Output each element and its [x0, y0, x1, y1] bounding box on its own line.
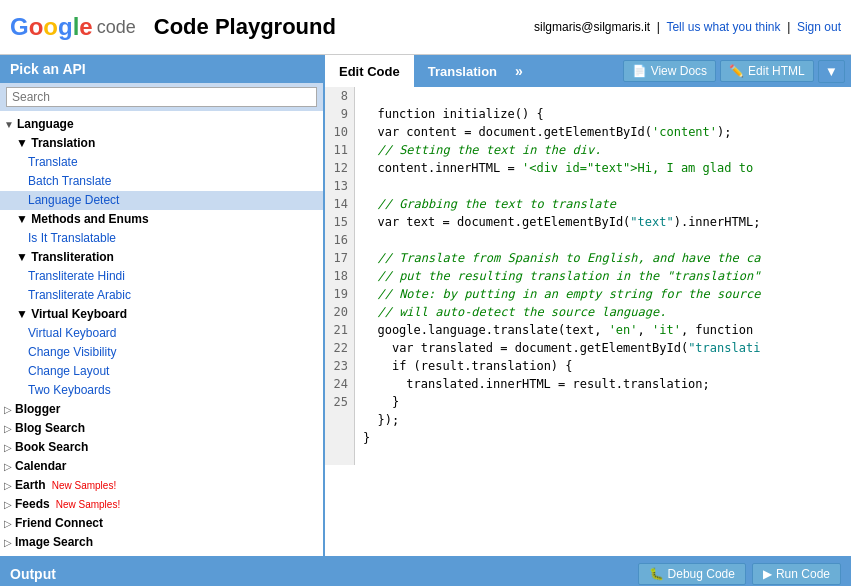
topbar: Google code Code Playground silgmaris@si…	[0, 0, 851, 55]
code-line-14	[363, 233, 370, 247]
transliterate-arabic-item[interactable]: Transliterate Arabic	[0, 286, 323, 305]
code-lines: function initialize() { var content = do…	[355, 87, 851, 465]
virtual-keyboard-label: Virtual Keyboard	[31, 307, 127, 321]
transliterate-arabic-link[interactable]: Transliterate Arabic	[28, 288, 131, 302]
search-input[interactable]	[6, 87, 317, 107]
calendar-label: Calendar	[15, 458, 66, 475]
transliteration-triangle: ▼	[16, 250, 28, 264]
feeds-label: Feeds	[15, 496, 50, 513]
earth-label: Earth	[15, 477, 46, 494]
language-detect-link[interactable]: Language Detect	[28, 193, 119, 207]
book-search-triangle: ▷	[4, 439, 12, 456]
image-search-triangle: ▷	[4, 534, 12, 551]
code-line-24: });	[363, 413, 399, 427]
earth-triangle: ▷	[4, 477, 12, 494]
methods-section[interactable]: ▼ Methods and Enums	[0, 210, 323, 229]
change-visibility-item[interactable]: Change Visibility	[0, 343, 323, 362]
friend-connect-section[interactable]: ▷ Friend Connect	[0, 514, 323, 533]
change-visibility-link[interactable]: Change Visibility	[28, 345, 117, 359]
search-box-container	[0, 83, 323, 111]
is-it-translatable-link[interactable]: Is It Translatable	[28, 231, 116, 245]
code-line-23: }	[363, 395, 399, 409]
output-buttons: 🐛 Debug Code ▶ Run Code	[638, 563, 841, 585]
batch-translate-link[interactable]: Batch Translate	[28, 174, 111, 188]
two-keyboards-item[interactable]: Two Keyboards	[0, 381, 323, 400]
edit-icon: ✏️	[729, 64, 744, 78]
language-triangle: ▼	[4, 116, 14, 133]
code-line-18: // will auto-detect the source language.	[363, 305, 666, 319]
feeds-triangle: ▷	[4, 496, 12, 513]
change-layout-link[interactable]: Change Layout	[28, 364, 109, 378]
virtual-keyboard-triangle: ▼	[16, 307, 28, 321]
code-line-21: if (result.translation) {	[363, 359, 573, 373]
code-line-9: // Setting the text in the div.	[363, 143, 601, 157]
blogger-section[interactable]: ▷ Blogger	[0, 400, 323, 419]
blog-search-label: Blog Search	[15, 420, 85, 437]
batch-translate-item[interactable]: Batch Translate	[0, 172, 323, 191]
image-search-section[interactable]: ▷ Image Search	[0, 533, 323, 552]
translation-section[interactable]: ▼ Translation	[0, 134, 323, 153]
debug-code-button[interactable]: 🐛 Debug Code	[638, 563, 746, 585]
earth-section[interactable]: ▷ Earth New Samples!	[0, 476, 323, 495]
output-section: Output 🐛 Debug Code ▶ Run Code Hi, I am …	[0, 559, 851, 586]
code-line-11	[363, 179, 370, 193]
google-code-label: code	[97, 17, 136, 38]
book-search-section[interactable]: ▷ Book Search	[0, 438, 323, 457]
line-numbers: 8 9 10 11 12 13 14 15 16 17 18 19	[325, 87, 355, 465]
left-panel-header: Pick an API	[0, 55, 323, 83]
output-header: Output 🐛 Debug Code ▶ Run Code	[0, 559, 851, 586]
translation-label: Translation	[31, 136, 95, 150]
calendar-section[interactable]: ▷ Calendar	[0, 457, 323, 476]
main-container: Pick an API ▼ Language ▼ Translation Tra…	[0, 55, 851, 586]
tab-edit-code[interactable]: Edit Code	[325, 55, 414, 87]
calendar-triangle: ▷	[4, 458, 12, 475]
upper-section: Pick an API ▼ Language ▼ Translation Tra…	[0, 55, 851, 559]
book-search-label: Book Search	[15, 439, 88, 456]
page-title: Code Playground	[154, 14, 336, 40]
virtual-keyboard-link[interactable]: Virtual Keyboard	[28, 326, 117, 340]
blogger-label: Blogger	[15, 401, 60, 418]
language-detect-item[interactable]: Language Detect	[0, 191, 323, 210]
feeds-section[interactable]: ▷ Feeds New Samples!	[0, 495, 323, 514]
view-docs-button[interactable]: 📄 View Docs	[623, 60, 716, 82]
code-content: 8 9 10 11 12 13 14 15 16 17 18 19	[325, 87, 851, 465]
pick-api-label: Pick an API	[10, 61, 86, 77]
language-label: Language	[17, 116, 74, 133]
blog-search-triangle: ▷	[4, 420, 12, 437]
dropdown-button[interactable]: ▼	[818, 60, 845, 83]
transliterate-hindi-item[interactable]: Transliterate Hindi	[0, 267, 323, 286]
virtual-keyboard-section[interactable]: ▼ Virtual Keyboard	[0, 305, 323, 324]
code-line-10: content.innerHTML = '<div id="text">Hi, …	[363, 161, 753, 175]
tab-separator: »	[511, 63, 527, 79]
code-line-8: var content = document.getElementById('c…	[363, 125, 732, 139]
edit-html-button[interactable]: ✏️ Edit HTML	[720, 60, 814, 82]
google-logo: Google	[10, 13, 93, 41]
tell-us-link[interactable]: Tell us what you think	[666, 20, 780, 34]
translate-item[interactable]: Translate	[0, 153, 323, 172]
is-it-translatable-item[interactable]: Is It Translatable	[0, 229, 323, 248]
blogger-triangle: ▷	[4, 401, 12, 418]
transliteration-section[interactable]: ▼ Transliteration	[0, 248, 323, 267]
api-list: ▼ Language ▼ Translation Translate Batch…	[0, 111, 323, 556]
earth-new-badge: New Samples!	[52, 477, 116, 494]
methods-label: Methods and Enums	[31, 212, 148, 226]
transliterate-hindi-link[interactable]: Transliterate Hindi	[28, 269, 125, 283]
virtual-keyboard-item[interactable]: Virtual Keyboard	[0, 324, 323, 343]
code-line-19: google.language.translate(text, 'en', 'i…	[363, 323, 753, 337]
output-label: Output	[10, 566, 56, 582]
two-keyboards-link[interactable]: Two Keyboards	[28, 383, 111, 397]
language-section[interactable]: ▼ Language	[0, 115, 323, 134]
change-layout-item[interactable]: Change Layout	[0, 362, 323, 381]
code-line-20: var translated = document.getElementById…	[363, 341, 760, 355]
tab-translation[interactable]: Translation	[414, 55, 511, 87]
transliteration-label: Transliteration	[31, 250, 114, 264]
sign-out-link[interactable]: Sign out	[797, 20, 841, 34]
translate-link[interactable]: Translate	[28, 155, 78, 169]
code-scroll[interactable]: 8 9 10 11 12 13 14 15 16 17 18 19	[325, 87, 851, 556]
code-line-13: var text = document.getElementById("text…	[363, 215, 760, 229]
run-code-button[interactable]: ▶ Run Code	[752, 563, 841, 585]
topbar-right: silgmaris@silgmaris.it | Tell us what yo…	[534, 20, 841, 34]
friend-connect-triangle: ▷	[4, 515, 12, 532]
blog-search-section[interactable]: ▷ Blog Search	[0, 419, 323, 438]
translation-triangle: ▼	[16, 136, 28, 150]
